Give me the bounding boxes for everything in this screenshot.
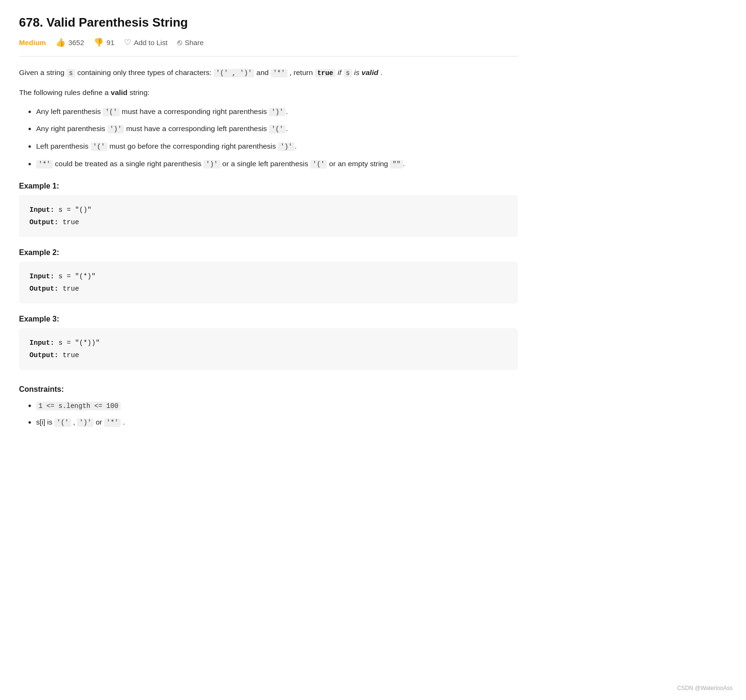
comma-text: , return — [289, 68, 315, 76]
example-1-input: Input: s = "()" — [29, 204, 507, 216]
example-2-input-value: s = "(*)" — [58, 273, 96, 280]
example-3-title: Example 3: — [19, 315, 518, 323]
heart-icon: ♡ — [124, 38, 131, 47]
example-1-output-value: true — [63, 218, 79, 226]
example-2-block: Input: s = "(*)" Output: true — [19, 262, 518, 303]
constraint-2-code1: '(' — [54, 418, 71, 427]
meta-row: Medium 👍 3652 👎 91 ♡ Add to List ⎋ Share — [19, 38, 518, 57]
rules-header-paragraph: The following rules define a valid strin… — [19, 86, 518, 99]
period1: . — [381, 68, 383, 76]
rule-1: Any left parenthesis '(' must have a cor… — [36, 105, 518, 118]
rule4-code1: '*' — [36, 160, 53, 169]
example-3-section: Example 3: Input: s = "(*))" Output: tru… — [19, 315, 518, 370]
add-to-list-label: Add to List — [134, 38, 168, 47]
is-text: is — [354, 68, 362, 76]
share-action[interactable]: ⎋ Share — [177, 38, 204, 47]
example-1-input-value: s = "()" — [58, 206, 92, 214]
intro-text: Given a string — [19, 68, 67, 76]
example-3-output-value: true — [63, 351, 79, 359]
true-keyword: true — [315, 69, 336, 77]
example-2-input-label: Input: — [29, 273, 54, 280]
constraint-2-or: or — [96, 418, 104, 426]
intro-text2: containing only three types of character… — [77, 68, 214, 76]
example-1-block: Input: s = "()" Output: true — [19, 195, 518, 237]
share-label: Share — [185, 38, 204, 47]
example-1-title: Example 1: — [19, 182, 518, 190]
upvote-count: 3652 — [68, 38, 84, 47]
valid-word: valid — [362, 68, 378, 76]
rule-4: '*' could be treated as a single right p… — [36, 158, 518, 170]
downvote-count: 91 — [106, 38, 115, 47]
example-2-output-label: Output: — [29, 285, 58, 293]
constraint-2-code3: '*' — [104, 418, 121, 427]
downvote-action[interactable]: 👎 91 — [94, 38, 115, 47]
share-icon: ⎋ — [177, 38, 182, 47]
example-1-input-label: Input: — [29, 206, 54, 214]
problem-description: Given a string s containing only three t… — [19, 66, 518, 170]
star-code: '*' — [271, 69, 287, 77]
upvote-action[interactable]: 👍 3652 — [56, 38, 84, 47]
constraint-2-period: . — [123, 418, 124, 426]
example-2-input: Input: s = "(*)" — [29, 270, 507, 283]
constraint-1-code: 1 <= s.length <= 100 — [36, 402, 121, 410]
rule4-code4: "" — [390, 160, 403, 169]
constraint-2: s[i] is '(' , ')' or '*' . — [36, 416, 518, 429]
example-1-output: Output: true — [29, 216, 507, 228]
example-3-block: Input: s = "(*))" Output: true — [19, 328, 518, 370]
rule2-code2: '(' — [269, 125, 286, 133]
rule-2: Any right parenthesis ')' must have a co… — [36, 123, 518, 135]
thumbs-up-icon: 👍 — [56, 38, 66, 47]
example-3-input-label: Input: — [29, 339, 54, 347]
example-2-section: Example 2: Input: s = "(*)" Output: true — [19, 248, 518, 303]
s-var: s — [67, 69, 75, 77]
if-text: if — [338, 68, 344, 76]
constraints-title: Constraints: — [19, 385, 518, 394]
rules-list: Any left parenthesis '(' must have a cor… — [19, 105, 518, 170]
thumbs-down-icon: 👎 — [94, 38, 104, 47]
add-to-list-action[interactable]: ♡ Add to List — [124, 38, 168, 47]
s-var2: s — [344, 69, 352, 77]
rule1-code1: '(' — [103, 108, 119, 116]
constraint-1: 1 <= s.length <= 100 — [36, 399, 518, 412]
example-3-output: Output: true — [29, 349, 507, 361]
constraint-2-code2: ')' — [77, 418, 94, 427]
chars-code: '(' , ')' — [214, 69, 255, 77]
rule3-code2: ')' — [278, 142, 295, 151]
problem-title: 678. Valid Parenthesis String — [19, 15, 518, 30]
rule3-code1: '(' — [91, 142, 107, 151]
rule4-code3: '(' — [310, 160, 327, 169]
rule1-code2: ')' — [269, 108, 286, 116]
rule2-code1: ')' — [107, 125, 124, 133]
example-3-output-label: Output: — [29, 351, 58, 359]
example-3-input: Input: s = "(*))" — [29, 337, 507, 349]
example-2-title: Example 2: — [19, 248, 518, 257]
example-2-output: Output: true — [29, 283, 507, 295]
rule-3: Left parenthesis '(' must go before the … — [36, 140, 518, 153]
example-2-output-value: true — [63, 285, 79, 293]
difficulty-badge: Medium — [19, 38, 46, 47]
rule4-code2: ')' — [203, 160, 220, 169]
constraint-2-comma: , — [73, 418, 77, 426]
example-1-section: Example 1: Input: s = "()" Output: true — [19, 182, 518, 237]
intro-paragraph: Given a string s containing only three t… — [19, 66, 518, 79]
constraints-list: 1 <= s.length <= 100 s[i] is '(' , ')' o… — [19, 399, 518, 429]
and-text: and — [257, 68, 271, 76]
constraint-2-text1: s[i] is — [36, 418, 54, 426]
constraints-section: Constraints: 1 <= s.length <= 100 s[i] i… — [19, 385, 518, 429]
example-1-output-label: Output: — [29, 218, 58, 226]
example-3-input-value: s = "(*))" — [58, 339, 100, 347]
